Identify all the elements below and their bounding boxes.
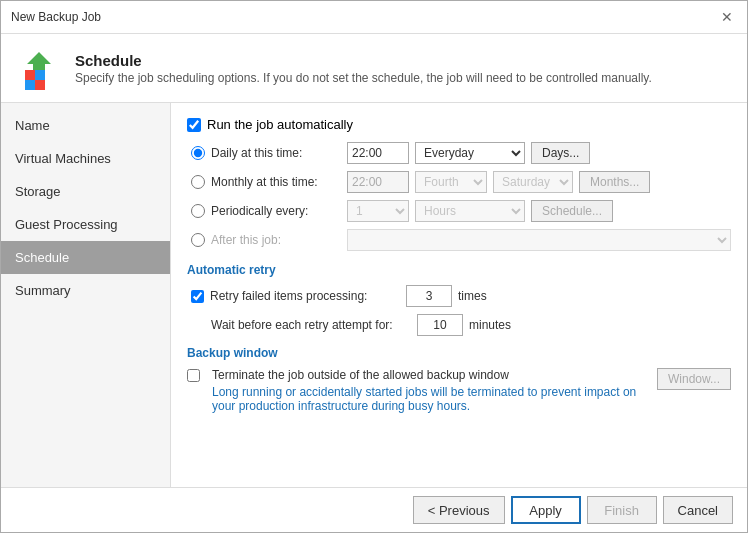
backup-window-checkbox[interactable] (187, 369, 200, 382)
sidebar-item-guest-processing[interactable]: Guest Processing (1, 208, 170, 241)
header-description: Specify the job scheduling options. If y… (75, 71, 652, 85)
title-bar: New Backup Job ✕ (1, 1, 747, 34)
wait-value-input[interactable] (417, 314, 463, 336)
header-icon (15, 44, 63, 92)
main-panel: Run the job automatically Daily at this … (171, 103, 747, 487)
sidebar-item-summary[interactable]: Summary (1, 274, 170, 307)
backup-window-terminate-label: Terminate the job outside of the allowed… (212, 368, 643, 382)
periodic-label[interactable]: Periodically every: (211, 204, 341, 218)
retry-row: Retry failed items processing: times (191, 285, 731, 307)
retry-checkbox[interactable] (191, 290, 204, 303)
svg-rect-2 (35, 80, 45, 90)
days-button[interactable]: Days... (531, 142, 590, 164)
retry-label[interactable]: Retry failed items processing: (210, 289, 400, 303)
periodic-value-select[interactable]: 1 2 4 (347, 200, 409, 222)
sidebar-item-schedule[interactable]: Schedule (1, 241, 170, 274)
window-button[interactable]: Window... (657, 368, 731, 390)
svg-rect-4 (35, 70, 45, 80)
backup-window-text: Terminate the job outside of the allowed… (212, 368, 643, 413)
sidebar-item-name[interactable]: Name (1, 109, 170, 142)
wait-unit: minutes (469, 318, 511, 332)
backup-window-description: Long running or accidentally started job… (212, 385, 643, 413)
backup-window-section: Backup window Terminate the job outside … (187, 346, 731, 413)
schedule-button[interactable]: Schedule... (531, 200, 613, 222)
apply-button[interactable]: Apply (511, 496, 581, 524)
content-area: Name Virtual Machines Storage Guest Proc… (1, 103, 747, 487)
months-button[interactable]: Months... (579, 171, 650, 193)
daily-radio[interactable] (191, 146, 205, 160)
retry-inner: Retry failed items processing: times Wai… (191, 285, 731, 336)
daily-frequency-select[interactable]: Everyday Weekdays Weekends (415, 142, 525, 164)
periodic-unit-select[interactable]: Hours Minutes (415, 200, 525, 222)
auto-retry-section: Automatic retry Retry failed items proce… (187, 263, 731, 336)
sidebar: Name Virtual Machines Storage Guest Proc… (1, 103, 171, 487)
monthly-label[interactable]: Monthly at this time: (211, 175, 341, 189)
header-title: Schedule (75, 52, 652, 69)
retry-value-input[interactable] (406, 285, 452, 307)
monthly-row: Monthly at this time: First Second Third… (191, 171, 731, 193)
veeam-logo-icon (15, 44, 63, 92)
periodic-row: Periodically every: 1 2 4 Hours Minutes … (191, 200, 731, 222)
previous-button[interactable]: < Previous (413, 496, 505, 524)
close-button[interactable]: ✕ (717, 7, 737, 27)
cancel-button[interactable]: Cancel (663, 496, 733, 524)
wait-row: Wait before each retry attempt for: minu… (191, 314, 731, 336)
sidebar-item-storage[interactable]: Storage (1, 175, 170, 208)
header: Schedule Specify the job scheduling opti… (1, 34, 747, 103)
main-window: New Backup Job ✕ Schedule Specify the jo… (0, 0, 748, 533)
after-job-select[interactable] (347, 229, 731, 251)
finish-button[interactable]: Finish (587, 496, 657, 524)
backup-window-row: Terminate the job outside of the allowed… (187, 368, 731, 413)
monthly-day-select[interactable]: Saturday Sunday Monday (493, 171, 573, 193)
svg-rect-3 (25, 70, 35, 80)
after-job-radio[interactable] (191, 233, 205, 247)
backup-window-title: Backup window (187, 346, 731, 360)
daily-row: Daily at this time: Everyday Weekdays We… (191, 142, 731, 164)
retry-unit: times (458, 289, 487, 303)
after-job-row: After this job: (191, 229, 731, 251)
daily-time-input[interactable] (347, 142, 409, 164)
sidebar-item-virtual-machines[interactable]: Virtual Machines (1, 142, 170, 175)
run-automatically-checkbox[interactable] (187, 118, 201, 132)
footer: < Previous Apply Finish Cancel (1, 487, 747, 532)
wait-label: Wait before each retry attempt for: (191, 318, 411, 332)
periodic-radio[interactable] (191, 204, 205, 218)
auto-retry-title: Automatic retry (187, 263, 731, 277)
schedule-radio-group: Daily at this time: Everyday Weekdays We… (191, 142, 731, 251)
svg-rect-1 (25, 80, 35, 90)
window-title: New Backup Job (11, 10, 101, 24)
run-automatically-label[interactable]: Run the job automatically (207, 117, 353, 132)
monthly-radio[interactable] (191, 175, 205, 189)
header-text: Schedule Specify the job scheduling opti… (75, 52, 652, 85)
after-job-label[interactable]: After this job: (211, 233, 341, 247)
daily-label[interactable]: Daily at this time: (211, 146, 341, 160)
monthly-week-select[interactable]: First Second Third Fourth Last (415, 171, 487, 193)
monthly-time-input[interactable] (347, 171, 409, 193)
run-automatically-row: Run the job automatically (187, 117, 731, 132)
